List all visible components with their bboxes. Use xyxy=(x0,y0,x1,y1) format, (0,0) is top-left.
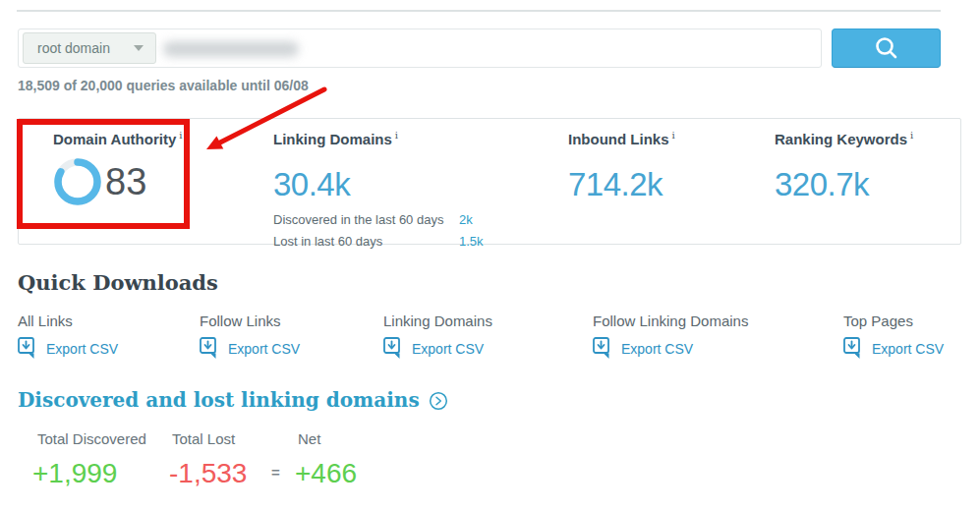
download-top-pages: Top Pages Export CSV xyxy=(843,312,944,361)
metric-label: Ranking Keywords xyxy=(775,131,907,147)
export-csv-label: Export CSV xyxy=(872,341,944,357)
search-scope-value: root domain xyxy=(37,40,126,56)
export-csv-icon xyxy=(843,337,863,361)
export-csv-label: Export CSV xyxy=(46,341,118,357)
lost-60-days-row: Lost in last 60 days 1.5k xyxy=(273,234,478,249)
header-divider xyxy=(17,10,941,12)
net-label: Net xyxy=(298,430,320,447)
download-follow-linking-domains: Follow Linking Domains Export CSV xyxy=(593,312,748,361)
metric-linking-domains: Linking Domainsi 30.4k Discovered in the… xyxy=(273,130,478,249)
metric-inbound-links: Inbound Linksi 714.2k xyxy=(568,130,675,203)
sub-value: 1.5k xyxy=(459,234,484,249)
export-csv-label: Export CSV xyxy=(228,341,300,357)
metrics-panel: Domain Authorityi 83 Linking Domainsi 30… xyxy=(18,118,961,245)
query-quota-text: 18,509 of 20,000 queries available until… xyxy=(18,78,309,93)
equals-sign: = xyxy=(271,464,280,481)
info-icon[interactable]: i xyxy=(672,130,675,141)
export-csv-label: Export CSV xyxy=(412,341,484,357)
metric-label: Domain Authority xyxy=(53,131,176,147)
export-csv-icon xyxy=(18,337,37,361)
search-query-redacted xyxy=(163,41,299,57)
download-label: Follow Linking Domains xyxy=(593,312,748,329)
export-csv-link[interactable]: Export CSV xyxy=(843,337,944,361)
sub-label: Discovered in the last 60 days xyxy=(273,212,443,227)
info-icon[interactable]: i xyxy=(910,130,913,141)
download-linking-domains: Linking Domains Export CSV xyxy=(383,312,492,361)
export-csv-icon xyxy=(200,337,219,361)
metric-ranking-keywords: Ranking Keywordsi 320.7k xyxy=(775,130,913,203)
quick-downloads-title: Quick Downloads xyxy=(18,270,218,295)
download-label: All Links xyxy=(18,312,118,329)
download-label: Top Pages xyxy=(843,312,944,329)
download-follow-links: Follow Links Export CSV xyxy=(200,312,300,361)
download-all-links: All Links Export CSV xyxy=(18,312,118,361)
export-csv-link[interactable]: Export CSV xyxy=(593,337,748,361)
sub-label: Lost in last 60 days xyxy=(273,234,382,249)
metric-label: Inbound Links xyxy=(568,131,669,147)
metric-label: Linking Domains xyxy=(273,131,392,147)
sub-value: 2k xyxy=(459,212,473,227)
export-csv-icon xyxy=(593,337,612,361)
discovered-lost-section-link[interactable]: Discovered and lost linking domains xyxy=(18,388,448,412)
chevron-circle-icon xyxy=(429,391,448,411)
total-discovered-value: +1,999 xyxy=(32,458,117,489)
export-csv-link[interactable]: Export CSV xyxy=(18,337,118,361)
domain-authority-value: 83 xyxy=(105,161,146,203)
info-icon[interactable]: i xyxy=(395,130,398,141)
search-input[interactable]: root domain xyxy=(18,28,822,68)
domain-authority-gauge xyxy=(53,157,102,206)
total-lost-value: -1,533 xyxy=(169,458,247,489)
inbound-links-value: 714.2k xyxy=(568,166,675,203)
download-label: Linking Domains xyxy=(383,312,492,329)
total-lost-label: Total Lost xyxy=(172,430,235,447)
export-csv-link[interactable]: Export CSV xyxy=(200,337,300,361)
download-label: Follow Links xyxy=(200,312,300,329)
export-csv-link[interactable]: Export CSV xyxy=(383,337,492,361)
link-explorer-page: root domain 18,509 of 20,000 queries ava… xyxy=(0,0,980,511)
search-scope-dropdown[interactable]: root domain xyxy=(23,32,156,64)
search-icon xyxy=(872,33,901,63)
search-button[interactable] xyxy=(832,28,941,68)
ranking-keywords-value: 320.7k xyxy=(775,166,913,203)
total-discovered-label: Total Discovered xyxy=(37,430,146,447)
export-csv-icon xyxy=(383,337,403,361)
section-title: Discovered and lost linking domains xyxy=(18,388,420,412)
net-value: +466 xyxy=(295,458,357,489)
linking-domains-value: 30.4k xyxy=(273,166,478,203)
metric-domain-authority: Domain Authorityi 83 xyxy=(53,130,182,206)
info-icon[interactable]: i xyxy=(179,130,182,141)
discovered-60-days-row: Discovered in the last 60 days 2k xyxy=(273,212,478,227)
export-csv-label: Export CSV xyxy=(621,341,693,357)
chevron-down-icon xyxy=(134,45,144,51)
